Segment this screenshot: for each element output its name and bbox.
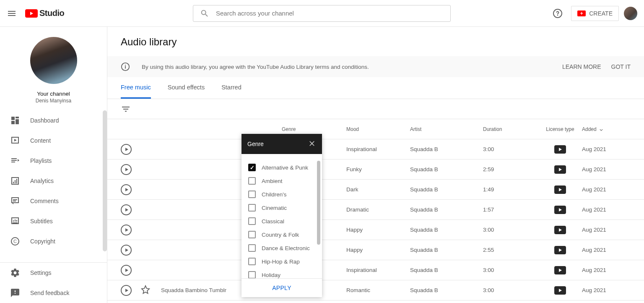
got-it-button[interactable]: GOT IT xyxy=(611,63,631,70)
info-icon xyxy=(121,62,130,71)
sidebar-item-copyright[interactable]: CCopyright xyxy=(0,231,107,251)
genre-option[interactable]: Holiday xyxy=(242,268,322,278)
column-mood[interactable]: Mood xyxy=(346,126,410,132)
play-icon xyxy=(125,228,128,232)
genre-option[interactable]: Children's xyxy=(242,188,322,201)
track-added: Aug 2021 xyxy=(582,146,631,152)
sidebar-item-dashboard[interactable]: Dashboard xyxy=(0,110,107,131)
popup-scrollbar[interactable] xyxy=(317,161,320,245)
sidebar-item-playlists[interactable]: Playlists xyxy=(0,151,107,171)
column-genre[interactable]: Genre xyxy=(282,126,346,132)
create-video-icon: + xyxy=(577,10,586,16)
star-icon xyxy=(141,285,150,294)
play-button[interactable] xyxy=(121,164,132,175)
genre-option[interactable]: Alternative & Punk xyxy=(242,161,322,174)
sidebar-item-comments[interactable]: Comments xyxy=(0,191,107,211)
youtube-studio-logo[interactable]: Studio xyxy=(25,8,64,18)
popup-header: Genre xyxy=(242,134,322,154)
channel-name: Denis Manyinsa xyxy=(0,98,107,104)
column-license[interactable]: License type xyxy=(538,126,582,132)
track-duration: 3:00 xyxy=(483,267,538,273)
track-duration: 3:00 xyxy=(483,146,538,152)
table-row: Squadda Bambino TumblrHip-Hop & RapRoman… xyxy=(107,280,644,300)
genre-option[interactable]: Classical xyxy=(242,214,322,228)
track-duration: 3:00 xyxy=(483,227,538,233)
track-artist: Squadda B xyxy=(410,287,483,293)
sidebar-item-settings[interactable]: Settings xyxy=(0,263,107,283)
sidebar-item-label: Settings xyxy=(30,269,52,276)
track-duration: 1:49 xyxy=(483,186,538,193)
play-button[interactable] xyxy=(121,184,132,195)
checkbox[interactable] xyxy=(248,177,256,185)
terms-notice: By using this audio library, you agree w… xyxy=(107,56,644,77)
play-button[interactable] xyxy=(121,204,132,215)
sidebar-item-label: Send feedback xyxy=(30,290,69,296)
checkbox[interactable] xyxy=(248,258,256,265)
youtube-license-icon xyxy=(554,266,566,274)
tab-sound-effects[interactable]: Sound effects xyxy=(168,77,205,99)
sidebar-item-label: Subtitles xyxy=(30,218,53,225)
account-avatar[interactable] xyxy=(624,7,637,20)
genre-option[interactable]: Ambient xyxy=(242,174,322,188)
genre-option[interactable]: Country & Folk xyxy=(242,228,322,241)
genre-option-label: Dance & Electronic xyxy=(262,245,310,251)
track-artist: Squadda B xyxy=(410,166,483,172)
column-artist[interactable]: Artist xyxy=(410,126,483,132)
track-added: Aug 2021 xyxy=(582,206,631,213)
search-input[interactable] xyxy=(216,10,444,17)
sidebar-item-send-feedback[interactable]: Send feedback xyxy=(0,283,107,303)
sidebar-item-content[interactable]: Content xyxy=(0,131,107,151)
apply-button[interactable]: APPLY xyxy=(272,285,291,291)
table-row: Hip-Hop & RapFunkySquadda B2:59Aug 2021 xyxy=(107,159,644,180)
genre-option[interactable]: Cinematic xyxy=(242,201,322,214)
checkbox[interactable] xyxy=(248,164,256,171)
table-row: Hip-Hop & RapHappySquadda B2:55Aug 2021 xyxy=(107,240,644,260)
checkbox[interactable] xyxy=(248,231,256,238)
youtube-license-icon xyxy=(554,226,566,234)
sidebar-icon xyxy=(10,216,20,226)
help-button[interactable] xyxy=(549,5,566,22)
star-button[interactable] xyxy=(141,289,150,295)
genre-option-label: Ambient xyxy=(262,178,283,184)
checkbox[interactable] xyxy=(248,217,256,225)
track-added: Aug 2021 xyxy=(582,267,631,273)
play-button[interactable] xyxy=(121,285,132,296)
column-duration[interactable]: Duration xyxy=(483,126,538,132)
sidebar-icon xyxy=(10,115,20,125)
genre-option[interactable]: Hip-Hop & Rap xyxy=(242,255,322,268)
checkbox[interactable] xyxy=(248,204,256,212)
search-box[interactable] xyxy=(193,5,451,22)
popup-close-button[interactable] xyxy=(308,139,316,149)
channel-avatar[interactable] xyxy=(30,37,77,84)
sidebar-item-subtitles[interactable]: Subtitles xyxy=(0,211,107,231)
play-button[interactable] xyxy=(121,265,132,276)
track-added: Aug 2021 xyxy=(582,287,631,293)
track-license xyxy=(538,246,582,254)
track-added: Aug 2021 xyxy=(582,186,631,193)
track-license xyxy=(538,206,582,214)
play-button[interactable] xyxy=(121,225,132,235)
genre-option[interactable]: Dance & Electronic xyxy=(242,241,322,255)
tab-free-music[interactable]: Free music xyxy=(121,77,151,99)
filter-icon[interactable] xyxy=(121,104,131,114)
track-license xyxy=(538,145,582,154)
tab-starred[interactable]: Starred xyxy=(221,77,242,99)
sidebar-icon xyxy=(10,196,20,206)
youtube-license-icon xyxy=(554,165,566,174)
column-added[interactable]: Added xyxy=(582,126,631,132)
hamburger-menu-icon[interactable] xyxy=(7,8,17,18)
header-actions: + CREATE xyxy=(549,5,637,22)
learn-more-button[interactable]: LEARN MORE xyxy=(562,63,601,70)
create-button[interactable]: + CREATE xyxy=(571,6,619,21)
play-icon xyxy=(125,168,128,171)
checkbox[interactable] xyxy=(248,271,256,278)
checkbox[interactable] xyxy=(248,244,256,252)
play-button[interactable] xyxy=(121,144,132,155)
genre-option-label: Alternative & Punk xyxy=(262,165,308,171)
youtube-license-icon xyxy=(554,286,566,295)
sidebar-icon xyxy=(10,156,20,166)
sidebar-item-label: Analytics xyxy=(30,178,54,184)
play-button[interactable] xyxy=(121,245,132,256)
checkbox[interactable] xyxy=(248,191,256,198)
sidebar-item-analytics[interactable]: Analytics xyxy=(0,171,107,191)
